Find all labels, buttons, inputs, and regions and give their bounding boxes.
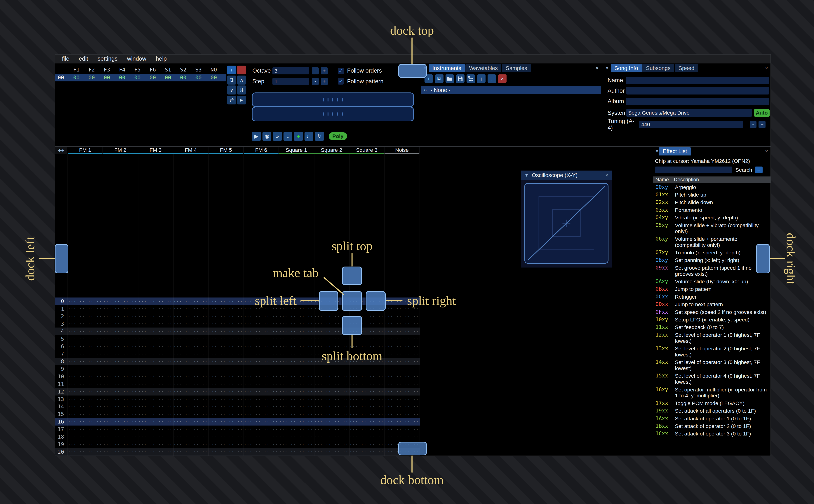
instruments-tab-instruments[interactable]: Instruments <box>429 64 465 72</box>
pattern-cell[interactable]: ··· ·· ·· ··· <box>103 419 138 425</box>
instruments-tab-wavetables[interactable]: Wavetables <box>466 64 502 72</box>
pattern-cell[interactable]: ··· ·· ·· ··· <box>173 427 208 432</box>
dock-target-bottom[interactable] <box>398 442 427 455</box>
orders-remove-button[interactable]: − <box>237 66 246 75</box>
collapse-arrow-icon[interactable]: ▼ <box>525 173 529 178</box>
pattern-cell[interactable]: ··· ·· ·· ··· <box>244 419 279 425</box>
pattern-cell[interactable]: ··· ·· ·· ··· <box>208 434 244 440</box>
song-info-tab-speed[interactable]: Speed <box>675 64 698 72</box>
pattern-cell[interactable]: ··· ·· ·· ··· <box>244 442 279 447</box>
effect-search-input[interactable] <box>655 167 732 173</box>
pattern-cell[interactable]: ··· ·· ·· ··· <box>244 412 279 417</box>
panel-separator[interactable] <box>55 146 771 147</box>
pattern-cell[interactable]: ··· ·· ·· ··· <box>384 381 420 387</box>
pattern-cell[interactable]: ··· ·· ·· ··· <box>138 306 173 312</box>
pattern-cell[interactable]: ··· ·· ·· ··· <box>349 404 384 410</box>
pattern-cell[interactable]: ··· ·· ·· ··· <box>138 344 173 349</box>
pattern-cell[interactable]: ··· ·· ·· ··· <box>103 389 138 394</box>
pattern-cell[interactable]: ··· ·· ·· ··· <box>138 298 173 304</box>
pattern-cell[interactable]: ··· ·· ·· ··· <box>279 396 314 402</box>
menu-item-edit[interactable]: edit <box>74 55 93 62</box>
collapse-arrow-icon[interactable]: ▼ <box>655 149 659 154</box>
pattern-cell[interactable]: ··· ·· ·· ··· <box>138 374 173 379</box>
pattern-cell[interactable]: ··· ·· ·· ··· <box>173 366 208 372</box>
pattern-cell[interactable]: ··· ·· ·· ··· <box>138 419 173 425</box>
instruments-toggle-folders-icon-button[interactable] <box>467 74 475 83</box>
orders-value-9[interactable]: 00 <box>206 75 221 81</box>
menu-item-settings[interactable]: settings <box>93 55 122 62</box>
pattern-cell[interactable]: ··· ·· ·· ··· <box>279 427 314 432</box>
instruments-move-down-button[interactable]: ↓ <box>488 74 496 83</box>
step-increase-button[interactable]: + <box>321 78 327 85</box>
pattern-cell[interactable]: ··· ·· ·· ··· <box>244 434 279 440</box>
pattern-cell[interactable]: ··· ·· ·· ··· <box>314 434 349 440</box>
pattern-cell[interactable]: ··· ·· ·· ··· <box>103 396 138 402</box>
pattern-cell[interactable]: ··· ·· ·· ··· <box>314 336 349 342</box>
pattern-cell[interactable]: ··· ·· ·· ··· <box>208 374 244 379</box>
piano-widget[interactable] <box>252 92 414 121</box>
pattern-cell[interactable]: ··· ·· ·· ··· <box>349 344 384 349</box>
pattern-cell[interactable]: ··· ·· ·· ··· <box>384 419 420 425</box>
playback-metronome-button[interactable]: ♩ <box>304 132 313 141</box>
playback-skip-button[interactable]: » <box>273 132 282 141</box>
pattern-cell[interactable]: ··· ·· ·· ··· <box>173 389 208 394</box>
playback-repeat-button[interactable]: ↻ <box>315 132 324 141</box>
instruments-move-up-button[interactable]: ↑ <box>477 74 486 83</box>
pattern-cell[interactable]: ··· ·· ·· ··· <box>103 329 138 334</box>
orders-value-7[interactable]: 00 <box>176 75 191 81</box>
pattern-cell[interactable]: ··· ·· ·· ··· <box>244 381 279 387</box>
make-tab-target[interactable] <box>342 291 362 311</box>
pattern-cell[interactable]: ··· ·· ·· ··· <box>68 374 103 379</box>
tuning-decrease-button[interactable]: - <box>750 121 757 128</box>
pattern-cell[interactable]: ··· ·· ·· ··· <box>138 381 173 387</box>
pattern-cell[interactable]: ··· ·· ·· ··· <box>138 329 173 334</box>
pattern-cell[interactable]: ··· ·· ·· ··· <box>173 306 208 312</box>
pattern-cell[interactable]: ··· ·· ·· ··· <box>208 344 244 349</box>
pattern-cell[interactable]: ··· ·· ·· ··· <box>68 396 103 402</box>
pattern-cell[interactable]: ··· ·· ·· ··· <box>279 359 314 364</box>
pattern-cell[interactable]: ··· ·· ·· ··· <box>208 449 244 455</box>
pattern-cell[interactable]: ··· ·· ·· ··· <box>314 344 349 349</box>
split-target-bottom[interactable] <box>342 316 362 335</box>
pattern-cell[interactable]: ··· ·· ·· ··· <box>384 359 420 364</box>
follow-pattern-checkbox[interactable]: ✓ Follow pattern <box>338 78 383 85</box>
orders-value-6[interactable]: 00 <box>160 75 176 81</box>
pattern-cell[interactable]: ··· ·· ·· ··· <box>244 449 279 455</box>
pattern-cell[interactable]: ··· ·· ·· ··· <box>138 336 173 342</box>
pattern-cell[interactable]: ··· ·· ·· ··· <box>384 396 420 402</box>
pattern-cell[interactable]: ··· ·· ·· ··· <box>384 321 420 327</box>
menu-item-file[interactable]: file <box>57 55 74 62</box>
instrument-list-item[interactable]: ○ - None - <box>421 86 601 94</box>
author-input[interactable] <box>626 87 769 95</box>
pattern-cell[interactable]: ··· ·· ·· ··· <box>384 329 420 334</box>
pattern-cell[interactable]: ··· ·· ·· ··· <box>279 336 314 342</box>
pattern-cell[interactable]: ··· ·· ·· ··· <box>384 412 420 417</box>
orders-row-number[interactable]: 00 <box>55 75 69 81</box>
pattern-cell[interactable]: ··· ·· ·· ··· <box>208 442 244 447</box>
instruments-save-icon-button[interactable] <box>456 74 465 83</box>
pattern-cell[interactable]: ··· ·· ·· ··· <box>138 427 173 432</box>
pattern-cell[interactable]: ··· ·· ·· ··· <box>173 351 208 357</box>
pattern-cell[interactable]: ··· ·· ·· ··· <box>279 442 314 447</box>
pattern-cell[interactable]: ··· ·· ·· ··· <box>208 314 244 319</box>
orders-deep-clone-button[interactable]: ⇊ <box>237 85 246 95</box>
pattern-cell[interactable]: ··· ·· ·· ··· <box>68 306 103 312</box>
pattern-cell[interactable]: ··· ·· ·· ··· <box>384 434 420 440</box>
pattern-cell[interactable]: ··· ·· ·· ··· <box>279 314 314 319</box>
orders-duplicate-button[interactable]: ⧉ <box>227 76 236 85</box>
panel-separator[interactable] <box>248 64 248 146</box>
song-info-tab-subsongs[interactable]: Subsongs <box>642 64 674 72</box>
dock-target-top[interactable] <box>398 64 427 78</box>
pattern-cell[interactable]: ··· ·· ·· ··· <box>384 389 420 394</box>
step-decrease-button[interactable]: - <box>312 78 319 85</box>
pattern-cell[interactable]: ··· ·· ·· ··· <box>279 381 314 387</box>
piano-octave-row[interactable] <box>252 92 414 107</box>
pattern-cell[interactable]: ··· ·· ·· ··· <box>279 351 314 357</box>
pattern-cell[interactable]: ··· ·· ·· ··· <box>173 336 208 342</box>
pattern-cell[interactable]: ··· ·· ·· ··· <box>279 412 314 417</box>
orders-value-8[interactable]: 00 <box>191 75 206 81</box>
pattern-cell[interactable]: ··· ·· ·· ··· <box>279 449 314 455</box>
pattern-cell[interactable]: ··· ·· ·· ··· <box>138 359 173 364</box>
menu-item-window[interactable]: window <box>122 55 151 62</box>
pattern-cell[interactable]: ··· ·· ·· ··· <box>349 449 384 455</box>
